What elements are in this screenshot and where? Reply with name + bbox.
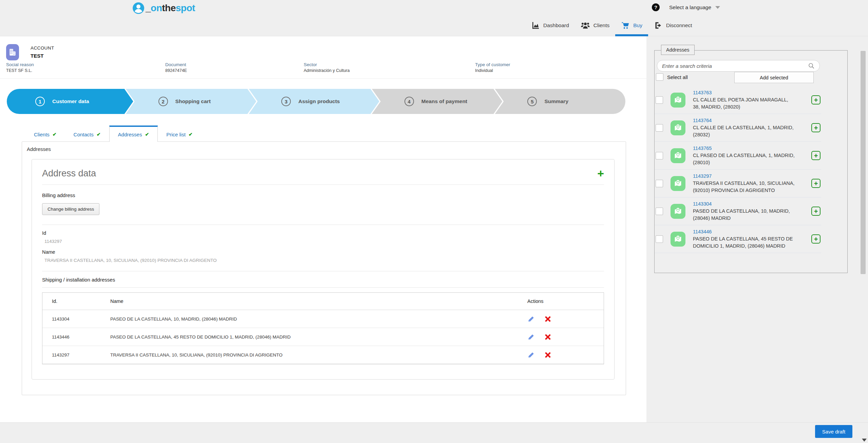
row-id: 1143297 <box>42 346 107 364</box>
address-checkbox[interactable] <box>656 96 663 104</box>
edit-pencil-icon[interactable] <box>527 351 535 359</box>
table-row: 1143446 PASEO DE LA CASTELLANA, 45 RESTO… <box>42 328 604 346</box>
divider <box>0 78 646 79</box>
row-name: TRAVERSA II CASTELLANA, 10, SICULIANA, (… <box>107 346 524 364</box>
delete-x-icon[interactable] <box>544 351 551 359</box>
address-id-link[interactable]: 1143764 <box>693 118 712 123</box>
tab-price-list[interactable]: Price list ✔ <box>158 127 201 142</box>
wizard-step-customer-data[interactable]: 1 Customer data <box>7 89 133 114</box>
add-address-plus-icon[interactable]: + <box>811 207 820 216</box>
address-data-title: Address data <box>42 168 96 179</box>
address-id-link[interactable]: 1143765 <box>693 146 712 151</box>
name-value: TRAVERSA II CASTELLANA, 10, SICULIANA, (… <box>42 258 604 263</box>
delete-x-icon[interactable] <box>544 333 551 341</box>
row-id: 1143446 <box>42 328 107 346</box>
nav-item-label: Disconnect <box>666 22 692 28</box>
nav-item-label: Buy <box>633 22 642 28</box>
tab-addresses[interactable]: Addresses ✔ <box>109 126 158 142</box>
list-item: 1143304PASEO DE LA CASTELLANA, 10, MADRI… <box>655 197 821 225</box>
person-logo-icon <box>132 2 145 14</box>
check-icon: ✔ <box>97 132 101 137</box>
nav-item-dashboard[interactable]: Dashboard <box>525 14 575 36</box>
addresses-picker-legend: Addresses <box>661 45 695 55</box>
language-selector-label: Select a language <box>669 4 711 11</box>
language-selector[interactable]: Select a language <box>669 4 720 11</box>
address-checkbox[interactable] <box>656 152 663 159</box>
address-id-link[interactable]: 1143446 <box>693 229 712 234</box>
select-all-checkbox[interactable] <box>656 73 663 81</box>
column-header-id: Id. <box>42 293 107 310</box>
address-text: TRAVERSA II CASTELLANA, 10, SICULIANA, (… <box>693 180 795 193</box>
address-checkbox[interactable] <box>656 124 663 132</box>
divider <box>42 271 604 271</box>
sidebar-scrollbar[interactable] <box>861 51 866 274</box>
row-name: PASEO DE LA CASTELLANA, 45 RESTO DE DOMI… <box>107 328 524 346</box>
scroll-down-arrow-icon[interactable] <box>862 439 867 442</box>
account-field-type-of-customer: Type of customer Individual <box>475 62 510 73</box>
help-icon[interactable]: ? <box>652 3 660 11</box>
purchase-wizard: 1 Customer data 2 Shopping cart 3 Assign… <box>7 89 625 114</box>
billing-address-label: Billing address <box>42 192 604 198</box>
wizard-step-assign-products[interactable]: 3 Assign products <box>249 89 379 114</box>
tab-contacts[interactable]: Contacts ✔ <box>65 127 109 142</box>
add-address-icon[interactable]: + <box>597 168 604 179</box>
add-address-plus-icon[interactable]: + <box>811 234 820 244</box>
tab-clients[interactable]: Clients ✔ <box>25 127 65 142</box>
nav-item-buy[interactable]: Buy <box>615 14 648 36</box>
nav-item-label: Dashboard <box>543 22 569 28</box>
divider <box>42 225 604 225</box>
map-pin-icon <box>671 204 685 219</box>
delete-x-icon[interactable] <box>544 315 551 323</box>
edit-pencil-icon[interactable] <box>527 333 535 341</box>
app-logo[interactable]: _onthespot <box>132 2 195 14</box>
address-search <box>657 60 820 72</box>
row-name: PASEO DE LA CASTELLANA, 10, MADRID, (280… <box>107 310 524 328</box>
address-id-link[interactable]: 1143304 <box>693 201 712 207</box>
add-address-plus-icon[interactable]: + <box>811 95 820 104</box>
logo-text-the: the <box>162 3 176 14</box>
logo-text-on: on <box>151 3 162 14</box>
address-id-link[interactable]: 1143763 <box>693 90 712 95</box>
add-address-plus-icon[interactable]: + <box>811 151 820 160</box>
id-label: Id <box>42 230 604 236</box>
divider <box>42 185 604 185</box>
shopping-cart-icon <box>621 21 630 30</box>
wizard-step-summary[interactable]: 5 Summary <box>495 89 625 114</box>
address-checkbox[interactable] <box>656 235 663 243</box>
search-icon <box>808 62 815 69</box>
address-id-link[interactable]: 1143297 <box>693 173 712 179</box>
shipping-addresses-label: Shipping / installation addresses <box>42 277 604 288</box>
save-draft-button[interactable]: Save draft <box>815 425 852 438</box>
address-data-card: Address data + Billing address Change bi… <box>32 159 615 380</box>
address-text: PASEO DE LA CASTELLANA, 10, MADRID, (280… <box>693 208 790 221</box>
column-header-name: Name <box>107 293 524 310</box>
select-all-label: Select all <box>667 74 688 80</box>
logo-text-spot: spot <box>176 3 195 14</box>
account-building-icon <box>6 44 19 60</box>
list-item: 1143297TRAVERSA II CASTELLANA, 10, SICUL… <box>655 170 821 197</box>
section-label: Addresses <box>22 142 626 152</box>
wizard-step-means-of-payment[interactable]: 4 Means of payment <box>372 89 503 114</box>
name-label: Name <box>42 249 604 255</box>
nav-item-clients[interactable]: Clients <box>575 14 615 36</box>
add-address-plus-icon[interactable]: + <box>811 123 820 132</box>
nav-item-label: Clients <box>593 22 609 28</box>
addresses-tab-panel: Addresses Address data + Billing address… <box>22 141 626 395</box>
add-address-plus-icon[interactable]: + <box>811 179 820 188</box>
check-icon: ✔ <box>189 132 193 137</box>
address-results-list: 1143763CL CALLE DEL POETA JOAN MARAGALL,… <box>655 86 821 253</box>
list-item: 1143765CL PASEO DE LA CASTELLANA, 1, MAD… <box>655 142 821 170</box>
change-billing-address-button[interactable]: Change billing address <box>42 203 99 215</box>
address-checkbox[interactable] <box>656 208 663 215</box>
address-checkbox[interactable] <box>656 180 663 187</box>
add-selected-button[interactable]: Add selected <box>734 72 814 83</box>
edit-pencil-icon[interactable] <box>527 315 535 323</box>
search-input[interactable] <box>662 63 808 69</box>
nav-item-disconnect[interactable]: Disconnect <box>648 14 698 36</box>
table-header-row: Id. Name Actions <box>42 293 604 310</box>
address-text: CL CALLE DEL POETA JOAN MARAGALL, 38, MA… <box>693 97 788 110</box>
table-row: 1143304 PASEO DE LA CASTELLANA, 10, MADR… <box>42 310 604 328</box>
map-pin-icon <box>671 232 685 247</box>
logo-text-underscore: _ <box>146 3 151 14</box>
wizard-step-shopping-cart[interactable]: 2 Shopping cart <box>126 89 257 114</box>
